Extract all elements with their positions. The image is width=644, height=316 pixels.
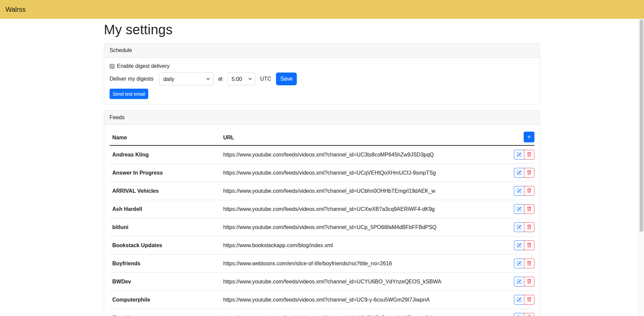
feed-actions — [514, 150, 534, 160]
delete-feed-button[interactable] — [524, 259, 534, 268]
feed-url: https://www.youtube.com/feeds/videos.xml… — [220, 273, 499, 291]
frequency-select-wrap: daily — [159, 73, 213, 85]
delete-feed-button[interactable] — [524, 295, 534, 305]
delete-feed-button[interactable] — [524, 222, 534, 232]
feed-url: https://www.bookstackapp.com/blog/index.… — [220, 236, 499, 255]
feed-name: bitluni — [110, 218, 220, 236]
delete-feed-button[interactable] — [524, 277, 534, 286]
trash-icon — [527, 297, 532, 302]
column-header-url: URL — [220, 130, 499, 145]
feed-actions — [514, 240, 534, 250]
feed-actions — [514, 222, 534, 232]
pencil-square-icon — [517, 188, 522, 193]
feed-name: Boyfriends — [110, 255, 220, 273]
edit-feed-button[interactable] — [514, 186, 524, 196]
feed-url: https://www.youtube.com/feeds/videos.xml… — [220, 200, 499, 218]
trash-icon — [527, 207, 532, 212]
delivery-schedule-row: Deliver my digests daily at 5:00 — [110, 73, 534, 85]
table-row: Ash Hardell https://www.youtube.com/feed… — [110, 200, 534, 218]
table-row: Bookstack Updates https://www.bookstacka… — [110, 236, 534, 255]
vertical-scrollbar[interactable] — [639, 19, 644, 316]
feed-actions — [514, 277, 534, 286]
feed-actions — [514, 204, 534, 214]
feed-url: https://www.youtube.com/feeds/videos.xml… — [220, 145, 499, 164]
trash-icon — [527, 243, 532, 248]
delete-feed-button[interactable] — [524, 150, 534, 160]
table-row: Answer In Progress https://www.youtube.c… — [110, 164, 534, 182]
pencil-square-icon — [517, 207, 522, 212]
feed-name: Answer In Progress — [110, 164, 220, 182]
delete-feed-button[interactable] — [524, 168, 534, 178]
feeds-card-body: Name URL + Andreas Kling https://www.you… — [104, 125, 540, 316]
feed-name: Ash Hardell — [110, 200, 220, 218]
edit-feed-button[interactable] — [514, 259, 524, 268]
scrollbar-thumb[interactable] — [640, 19, 643, 232]
feed-url: https://www.youtube.com/feeds/videos.xml… — [220, 309, 499, 316]
delete-feed-button[interactable] — [524, 204, 534, 214]
edit-feed-button[interactable] — [514, 150, 524, 160]
schedule-card-header: Schedule — [104, 43, 540, 58]
add-feed-button[interactable]: + — [524, 132, 534, 142]
edit-feed-button[interactable] — [514, 295, 524, 305]
feed-url: https://www.youtube.com/feeds/videos.xml… — [220, 218, 499, 236]
plus-icon: + — [527, 134, 531, 140]
trash-icon — [527, 152, 532, 157]
feed-actions — [514, 259, 534, 268]
pencil-square-icon — [517, 279, 522, 284]
top-navbar: Walrss — [0, 0, 644, 19]
delete-feed-button[interactable] — [524, 240, 534, 250]
edit-feed-button[interactable] — [514, 168, 524, 178]
feed-actions — [514, 295, 534, 305]
table-row: Computerphile https://www.youtube.com/fe… — [110, 291, 534, 309]
trash-icon — [527, 188, 532, 193]
table-row: BWDev https://www.youtube.com/feeds/vide… — [110, 273, 534, 291]
schedule-card-body: ✓ Enable digest delivery Deliver my dige… — [104, 58, 540, 104]
pencil-square-icon — [517, 261, 522, 266]
enable-digest-row: ✓ Enable digest delivery — [110, 63, 534, 69]
column-header-name: Name — [110, 130, 220, 145]
trash-icon — [527, 279, 532, 284]
feed-name: ARRIVAL Vehicles — [110, 182, 220, 200]
edit-feed-button[interactable] — [514, 277, 524, 286]
edit-feed-button[interactable] — [514, 204, 524, 214]
trash-icon — [527, 225, 532, 230]
frequency-select[interactable]: daily — [159, 73, 213, 85]
pencil-square-icon — [517, 297, 522, 302]
time-select[interactable]: 5:00 — [227, 73, 255, 85]
delete-feed-button[interactable] — [524, 186, 534, 196]
at-label: at — [218, 76, 223, 82]
table-row: ARRIVAL Vehicles https://www.youtube.com… — [110, 182, 534, 200]
timezone-label: UTC — [260, 76, 271, 82]
trash-icon — [527, 261, 532, 266]
enable-digest-label[interactable]: Enable digest delivery — [117, 63, 170, 69]
feeds-card-header: Feeds — [104, 110, 540, 125]
feed-name: Bookstack Updates — [110, 236, 220, 255]
save-button[interactable]: Save — [276, 73, 297, 85]
pencil-square-icon — [517, 170, 522, 175]
feed-url: https://www.webtoons.com/en/slice-of-lif… — [220, 255, 499, 273]
feed-name: Computerphile — [110, 291, 220, 309]
feeds-table: Name URL + Andreas Kling https://www.you… — [110, 130, 534, 316]
edit-feed-button[interactable] — [514, 240, 524, 250]
feed-url: https://www.youtube.com/feeds/videos.xml… — [220, 291, 499, 309]
edit-feed-button[interactable] — [514, 313, 524, 316]
schedule-card: Schedule ✓ Enable digest delivery Delive… — [104, 43, 540, 105]
main-scroll-area: My settings Schedule ✓ Enable digest del… — [0, 19, 644, 316]
feed-actions — [514, 313, 534, 316]
feed-name: BWDev — [110, 273, 220, 291]
pencil-square-icon — [517, 152, 522, 157]
send-test-email-button[interactable]: Send test email — [110, 89, 148, 99]
feed-url: https://www.youtube.com/feeds/videos.xml… — [220, 164, 499, 182]
deliver-label: Deliver my digests — [110, 76, 154, 82]
page-title: My settings — [104, 21, 540, 38]
feed-actions — [514, 186, 534, 196]
app-brand[interactable]: Walrss — [5, 6, 26, 13]
trash-icon — [527, 170, 532, 175]
pencil-square-icon — [517, 243, 522, 248]
feeds-table-head: Name URL + — [110, 130, 534, 145]
enable-digest-checkbox[interactable]: ✓ — [110, 64, 115, 69]
delete-feed-button[interactable] — [524, 313, 534, 316]
feed-name: Andreas Kling — [110, 145, 220, 164]
feeds-card: Feeds Name URL + — [104, 110, 540, 316]
edit-feed-button[interactable] — [514, 222, 524, 232]
